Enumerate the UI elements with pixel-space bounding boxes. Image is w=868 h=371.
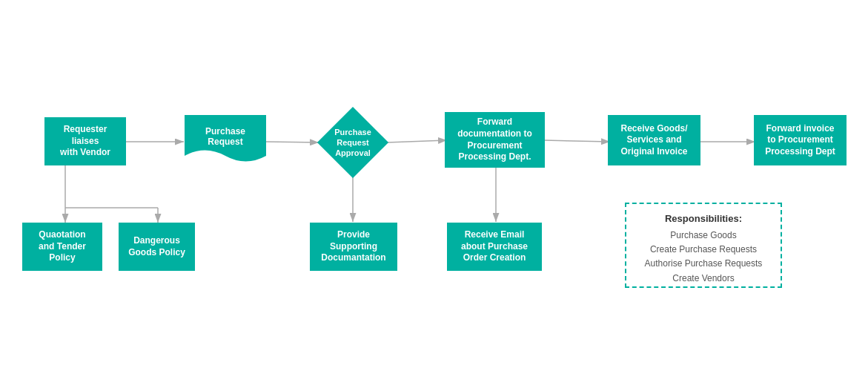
dangerous-goods-box: DangerousGoods Policy (119, 223, 195, 271)
receive-email-box: Receive Emailabout PurchaseOrder Creatio… (447, 223, 542, 271)
responsibilities-box: Responsibilities: Purchase Goods Create … (625, 203, 782, 288)
responsibilities-item-4: Create Vendors (638, 272, 769, 286)
receive-goods-box: Receive Goods/Services andOriginal Invoi… (608, 115, 700, 165)
forward-invoice-box: Forward invoiceto ProcurementProcessing … (754, 115, 847, 165)
svg-line-4 (387, 140, 447, 142)
provide-supporting-box: ProvideSupportingDocumantation (310, 223, 397, 271)
quotation-box: Quaotationand TenderPolicy (22, 223, 102, 271)
purchase-request-box: PurchaseRequest (185, 115, 266, 167)
svg-line-5 (544, 140, 610, 142)
svg-line-3 (266, 142, 319, 142)
responsibilities-title: Responsibilities: (638, 213, 769, 224)
requester-box: Requester liaises with Vendor (44, 117, 126, 165)
responsibilities-item-3: Authorise Purchase Requests (638, 257, 769, 271)
responsibilities-item-1: Purchase Goods (638, 229, 769, 243)
arrows-svg (0, 0, 868, 371)
diagram-container: Requester liaises with Vendor PurchaseRe… (0, 0, 868, 371)
purchase-request-approval-diamond: PurchaseRequestApproval (317, 107, 388, 178)
forward-documentation-box: Forwarddocumentation toProcurementProces… (445, 112, 545, 168)
responsibilities-item-2: Create Purchase Requests (638, 243, 769, 257)
